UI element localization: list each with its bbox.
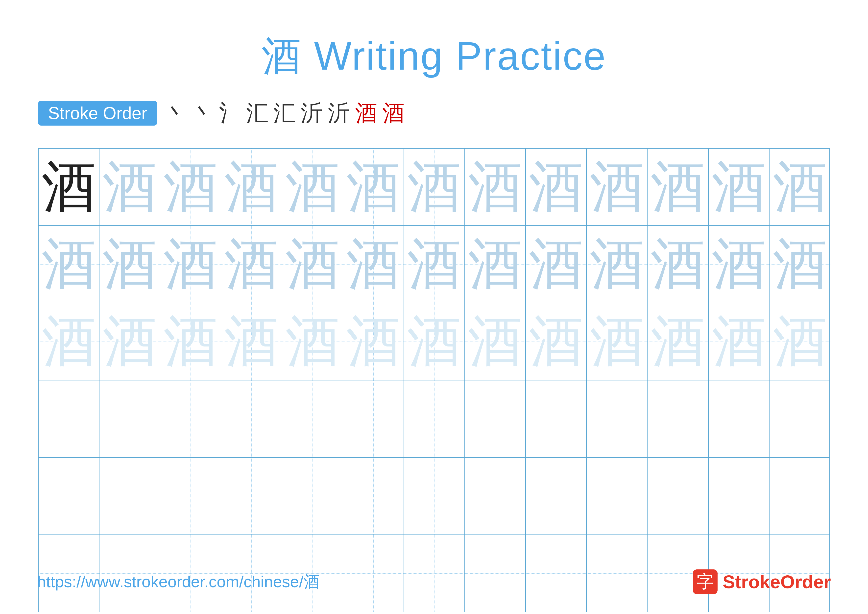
stroke-1: 丶	[164, 98, 187, 128]
practice-char: 酒	[102, 314, 157, 369]
grid-cell-r4-c2[interactable]	[99, 381, 160, 457]
grid-cell-r2-c7[interactable]: 酒	[404, 226, 465, 303]
grid-cell-r4-c12[interactable]	[708, 381, 770, 457]
stroke-sequence: 丶丶氵汇汇沂沂酒酒	[164, 98, 405, 128]
practice-char: 酒	[773, 314, 827, 369]
grid-cell-r2-c2[interactable]: 酒	[99, 226, 160, 303]
practice-char: 酒	[651, 314, 705, 369]
grid-cell-r3-c10[interactable]: 酒	[587, 303, 648, 380]
grid-cell-r4-c4[interactable]	[221, 381, 282, 457]
grid-cell-r5-c8[interactable]	[465, 458, 526, 535]
grid-cell-r1-c11[interactable]: 酒	[648, 149, 708, 225]
grid-cell-r2-c8[interactable]: 酒	[465, 226, 526, 303]
grid-cell-r1-c2[interactable]: 酒	[99, 149, 160, 225]
grid-cell-r5-c6[interactable]	[343, 458, 404, 535]
grid-row-4	[39, 381, 829, 458]
practice-char: 酒	[468, 237, 522, 292]
grid-cell-r5-c4[interactable]	[221, 458, 282, 535]
grid-cell-r4-c3[interactable]	[160, 381, 221, 457]
grid-cell-r3-c4[interactable]: 酒	[221, 303, 282, 380]
grid-cell-r1-c8[interactable]: 酒	[465, 149, 526, 225]
practice-char: 酒	[651, 160, 705, 214]
grid-cell-r2-c9[interactable]: 酒	[526, 226, 587, 303]
grid-cell-r3-c6[interactable]: 酒	[343, 303, 404, 380]
practice-char: 酒	[651, 237, 705, 292]
grid-cell-r1-c1[interactable]: 酒	[39, 149, 99, 225]
grid-cell-r3-c9[interactable]: 酒	[526, 303, 587, 380]
practice-char: 酒	[529, 314, 583, 369]
practice-char: 酒	[42, 237, 96, 292]
grid-row-1: 酒酒酒酒酒酒酒酒酒酒酒酒酒	[39, 149, 829, 226]
grid-cell-r5-c13[interactable]	[770, 458, 831, 535]
grid-cell-r3-c2[interactable]: 酒	[99, 303, 160, 380]
grid-cell-r5-c7[interactable]	[404, 458, 465, 535]
practice-char: 酒	[346, 314, 401, 369]
grid-cell-r5-c2[interactable]	[99, 458, 160, 535]
practice-char: 酒	[773, 237, 827, 292]
grid-cell-r4-c13[interactable]	[770, 381, 831, 457]
grid-cell-r5-c9[interactable]	[526, 458, 587, 535]
practice-char: 酒	[102, 237, 157, 292]
grid-cell-r5-c10[interactable]	[587, 458, 648, 535]
grid-cell-r2-c5[interactable]: 酒	[282, 226, 343, 303]
grid-cell-r1-c3[interactable]: 酒	[160, 149, 221, 225]
page-title: 酒 Writing Practice	[262, 30, 606, 83]
grid-cell-r4-c11[interactable]	[648, 381, 708, 457]
grid-cell-r3-c11[interactable]: 酒	[648, 303, 708, 380]
stroke-6: 沂	[301, 98, 323, 128]
stroke-8: 酒	[355, 98, 377, 128]
grid-cell-r1-c13[interactable]: 酒	[770, 149, 831, 225]
grid-cell-r2-c3[interactable]: 酒	[160, 226, 221, 303]
grid-cell-r1-c10[interactable]: 酒	[587, 149, 648, 225]
grid-row-5	[39, 458, 829, 535]
grid-cell-r1-c7[interactable]: 酒	[404, 149, 465, 225]
grid-cell-r1-c4[interactable]: 酒	[221, 149, 282, 225]
practice-grid: 酒酒酒酒酒酒酒酒酒酒酒酒酒酒酒酒酒酒酒酒酒酒酒酒酒酒酒酒酒酒酒酒酒酒酒酒酒酒酒	[38, 148, 830, 612]
grid-cell-r4-c7[interactable]	[404, 381, 465, 457]
grid-cell-r2-c1[interactable]: 酒	[39, 226, 99, 303]
practice-char: 酒	[711, 237, 766, 292]
grid-cell-r3-c7[interactable]: 酒	[404, 303, 465, 380]
grid-cell-r4-c10[interactable]	[587, 381, 648, 457]
stroke-4: 汇	[246, 98, 268, 128]
stroke-3: 氵	[219, 98, 241, 128]
practice-char: 酒	[224, 314, 279, 369]
practice-char: 酒	[163, 314, 218, 369]
grid-cell-r3-c1[interactable]: 酒	[39, 303, 99, 380]
practice-char: 酒	[590, 160, 644, 214]
grid-cell-r2-c12[interactable]: 酒	[708, 226, 770, 303]
practice-char: 酒	[590, 237, 644, 292]
grid-cell-r5-c12[interactable]	[708, 458, 770, 535]
grid-cell-r3-c8[interactable]: 酒	[465, 303, 526, 380]
grid-cell-r5-c5[interactable]	[282, 458, 343, 535]
grid-cell-r3-c5[interactable]: 酒	[282, 303, 343, 380]
practice-char: 酒	[529, 160, 583, 214]
footer-url: https://www.strokeorder.com/chinese/酒	[37, 571, 320, 593]
grid-cell-r5-c11[interactable]	[648, 458, 708, 535]
practice-char: 酒	[407, 314, 462, 369]
practice-char: 酒	[224, 237, 279, 292]
grid-cell-r4-c6[interactable]	[343, 381, 404, 457]
grid-cell-r4-c5[interactable]	[282, 381, 343, 457]
grid-cell-r2-c10[interactable]: 酒	[587, 226, 648, 303]
grid-cell-r4-c9[interactable]	[526, 381, 587, 457]
grid-cell-r3-c3[interactable]: 酒	[160, 303, 221, 380]
grid-cell-r2-c11[interactable]: 酒	[648, 226, 708, 303]
grid-cell-r4-c8[interactable]	[465, 381, 526, 457]
grid-cell-r1-c5[interactable]: 酒	[282, 149, 343, 225]
grid-cell-r2-c6[interactable]: 酒	[343, 226, 404, 303]
grid-cell-r2-c4[interactable]: 酒	[221, 226, 282, 303]
logo-char: 字	[696, 570, 714, 594]
grid-cell-r1-c9[interactable]: 酒	[526, 149, 587, 225]
footer-logo: 字 StrokeOrder	[693, 569, 831, 594]
grid-cell-r1-c6[interactable]: 酒	[343, 149, 404, 225]
grid-cell-r2-c13[interactable]: 酒	[770, 226, 831, 303]
stroke-5: 汇	[273, 98, 296, 128]
grid-cell-r5-c1[interactable]	[39, 458, 99, 535]
grid-cell-r5-c3[interactable]	[160, 458, 221, 535]
grid-cell-r4-c1[interactable]	[39, 381, 99, 457]
grid-cell-r3-c13[interactable]: 酒	[770, 303, 831, 380]
grid-cell-r1-c12[interactable]: 酒	[708, 149, 770, 225]
practice-char: 酒	[711, 314, 766, 369]
grid-cell-r3-c12[interactable]: 酒	[708, 303, 770, 380]
